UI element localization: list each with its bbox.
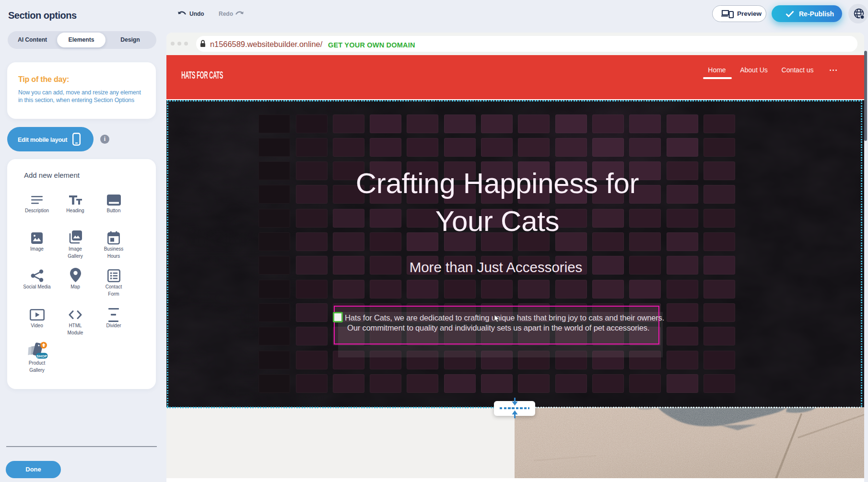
svg-text:SHOP: SHOP <box>36 354 47 358</box>
